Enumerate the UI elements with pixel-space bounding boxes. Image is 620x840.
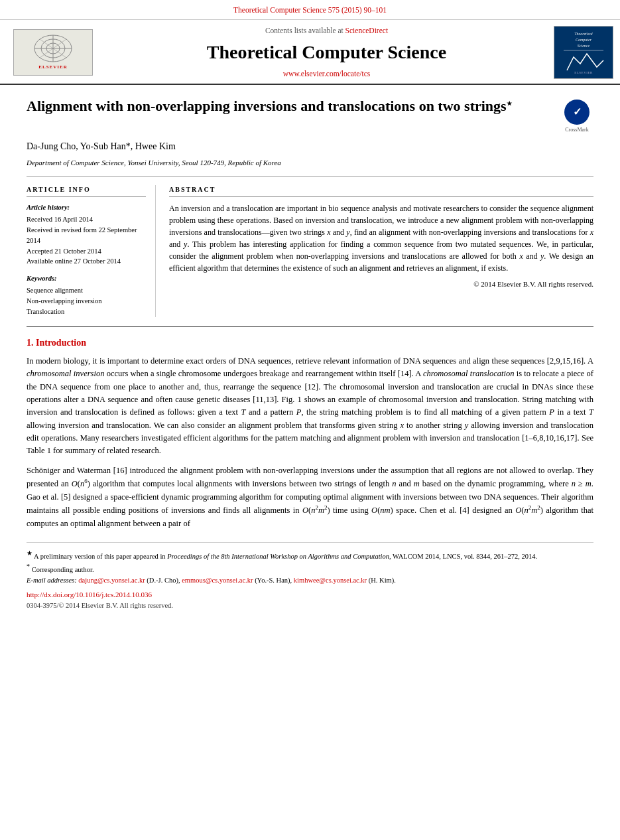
date-online: Available online 27 October 2014 bbox=[27, 256, 146, 267]
journal-banner: ELSEVIER Contents lists available at Sci… bbox=[0, 20, 620, 85]
article-info-heading: ARTICLE INFO bbox=[27, 185, 146, 198]
affiliation: Department of Computer Science, Yonsei U… bbox=[27, 158, 593, 169]
crossmark-icon: ✓ bbox=[564, 100, 589, 125]
authors: Da-Jung Cho, Yo-Sub Han*, Hwee Kim bbox=[27, 140, 593, 153]
footnote-corresponding: * Corresponding author. bbox=[27, 561, 593, 575]
journal-ref: Theoretical Computer Science 575 (2015) … bbox=[233, 6, 387, 14]
elsevier-tree-svg: ELSEVIER bbox=[23, 34, 83, 70]
elsevier-logo-block: ELSEVIER bbox=[7, 29, 99, 76]
abstract-copyright: © 2014 Elsevier B.V. All rights reserved… bbox=[169, 279, 593, 290]
email-dajung[interactable]: dajung@cs.yonsei.ac.kr bbox=[78, 577, 145, 584]
abstract-col: ABSTRACT An inversion and a translocatio… bbox=[169, 185, 593, 317]
tcs-logo-box: Theoretical Computer Science ELSEVIER bbox=[554, 26, 613, 79]
abstract-text: An inversion and a translocation are imp… bbox=[169, 202, 593, 274]
journal-center-block: Contents lists available at ScienceDirec… bbox=[106, 25, 547, 80]
footnotes-section: ★ A preliminary version of this paper ap… bbox=[27, 542, 593, 611]
footnote-star: ★ A preliminary version of this paper ap… bbox=[27, 548, 593, 561]
keyword-1: Sequence alignment bbox=[27, 285, 146, 296]
history-dates: Received 16 April 2014 Received in revis… bbox=[27, 214, 146, 267]
sciencedirect-link[interactable]: ScienceDirect bbox=[345, 27, 389, 35]
journal-header-bar: Theoretical Computer Science 575 (2015) … bbox=[0, 0, 620, 20]
intro-paragraph-2: Schöniger and Waterman [16] introduced t… bbox=[27, 464, 593, 530]
doi-line: http://dx.doi.org/10.1016/j.tcs.2014.10.… bbox=[27, 589, 593, 600]
crossmark-label: CrossMark bbox=[565, 126, 589, 134]
footnote-emails: E-mail addresses: dajung@cs.yonsei.ac.kr… bbox=[27, 575, 593, 586]
elsevier-logo-image: ELSEVIER bbox=[13, 29, 93, 76]
journal-url: www.elsevier.com/locate/tcs bbox=[106, 68, 547, 80]
title-star: ★ bbox=[507, 100, 512, 106]
section-divider bbox=[27, 326, 593, 327]
main-content: Alignment with non-overlapping inversion… bbox=[0, 85, 620, 624]
issn-line: 0304-3975/© 2014 Elsevier B.V. All right… bbox=[27, 600, 593, 611]
keywords-label: Keywords: bbox=[27, 273, 146, 283]
abstract-heading: ABSTRACT bbox=[169, 185, 593, 198]
contents-link-text: Contents lists available at ScienceDirec… bbox=[106, 25, 547, 36]
intro-paragraph-1: In modern biology, it is important to de… bbox=[27, 355, 593, 458]
tcs-logo-inner: Theoretical Computer Science ELSEVIER bbox=[558, 26, 609, 79]
intro-heading: 1. Introduction bbox=[27, 336, 593, 350]
history-label: Article history: bbox=[27, 202, 146, 212]
svg-text:Computer: Computer bbox=[576, 38, 592, 42]
crossmark-block: ✓ CrossMark bbox=[560, 100, 593, 134]
keyword-2: Non-overlapping inversion bbox=[27, 296, 146, 307]
page: Theoretical Computer Science 575 (2015) … bbox=[0, 0, 620, 840]
article-info-col: ARTICLE INFO Article history: Received 1… bbox=[27, 185, 156, 317]
svg-text:ELSEVIER: ELSEVIER bbox=[574, 71, 593, 74]
date-received: Received 16 April 2014 bbox=[27, 214, 146, 225]
article-title: Alignment with non-overlapping inversion… bbox=[27, 97, 554, 116]
date-revised: Received in revised form 22 September 20… bbox=[27, 225, 146, 246]
keywords-list: Sequence alignment Non-overlapping inver… bbox=[27, 285, 146, 316]
email-kimhwee[interactable]: kimhwee@cs.yonsei.ac.kr bbox=[294, 577, 367, 584]
email-emmous[interactable]: emmous@cs.yonsei.ac.kr bbox=[182, 577, 253, 584]
svg-text:Science: Science bbox=[578, 44, 590, 48]
date-accepted: Accepted 21 October 2014 bbox=[27, 246, 146, 257]
keyword-3: Translocation bbox=[27, 307, 146, 317]
article-title-row: Alignment with non-overlapping inversion… bbox=[27, 97, 593, 134]
info-abstract-cols: ARTICLE INFO Article history: Received 1… bbox=[27, 176, 593, 317]
svg-text:ELSEVIER: ELSEVIER bbox=[38, 64, 67, 70]
doi-link[interactable]: http://dx.doi.org/10.1016/j.tcs.2014.10.… bbox=[27, 591, 152, 598]
journal-title: Theoretical Computer Science bbox=[106, 39, 547, 66]
tcs-logo-svg: Theoretical Computer Science ELSEVIER bbox=[560, 27, 607, 75]
svg-text:Theoretical: Theoretical bbox=[574, 32, 593, 36]
